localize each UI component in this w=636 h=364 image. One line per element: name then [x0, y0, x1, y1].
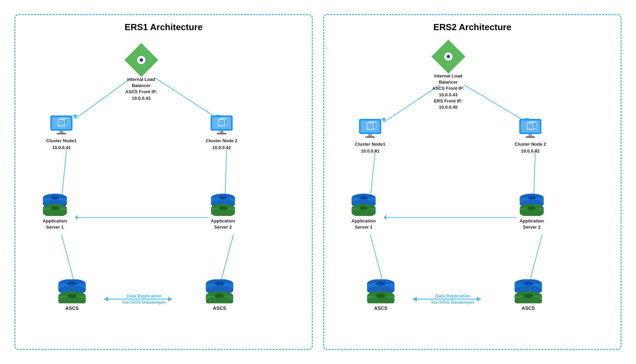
- svg-line-73: [370, 234, 384, 286]
- ers2-diagram: ✛ Internal Load Balancer ASCS Front IP: …: [331, 36, 614, 351]
- svg-point-62: [215, 294, 224, 298]
- ers1-ascs1: ASCS: [57, 279, 87, 311]
- ers1-replication-label: Data Replication Via SIOS Datakeeper: [110, 293, 178, 305]
- svg-line-6: [225, 149, 227, 201]
- svg-marker-72: [384, 215, 386, 220]
- ers1-appserver1-label: Application Server 1: [43, 218, 67, 230]
- svg-line-65: [464, 85, 527, 122]
- ers2-replication-label: Data Replication Via SIOS Datakeeper: [419, 293, 487, 305]
- svg-point-109: [528, 206, 536, 210]
- ers2-appserver1: Application Server 1: [350, 194, 377, 230]
- svg-rect-29: [220, 131, 223, 133]
- svg-marker-9: [75, 215, 78, 220]
- svg-line-63: [384, 85, 440, 122]
- ers1-node1-label: Cluster Node1 10.0.0.41: [46, 137, 76, 151]
- svg-line-10: [61, 234, 75, 286]
- svg-point-34: [51, 196, 59, 199]
- ers2-node2-label: Cluster Node 2 10.0.0.42: [515, 141, 546, 154]
- ers2-box: ERS2 Architecture: [323, 14, 622, 350]
- svg-rect-86: [365, 136, 375, 138]
- ers2-node1-label: Cluster Node1 10.0.0.41: [355, 141, 385, 154]
- ers1-ascs2: ASCS: [204, 279, 235, 311]
- ers2-appserver2: Application Server 2: [518, 194, 545, 230]
- svg-line-67: [370, 149, 375, 201]
- svg-line-12: [220, 234, 234, 286]
- svg-line-75: [529, 234, 542, 286]
- ers1-ascs2-label: ASCS: [213, 305, 226, 311]
- svg-rect-30: [217, 133, 226, 135]
- ers2-lb-icon: ✛ Internal Load Balancer ASCS Front IP: …: [432, 43, 464, 110]
- svg-marker-28: [225, 118, 227, 126]
- svg-point-46: [219, 206, 227, 210]
- svg-rect-85: [368, 134, 372, 136]
- svg-point-125: [523, 294, 533, 298]
- ers2-cluster-node2: Cluster Node 2 10.0.0.42: [515, 118, 546, 154]
- ers2-ascs1: ASCS: [365, 279, 396, 311]
- ers2-appserver1-label: Application Server 1: [352, 218, 376, 230]
- svg-marker-21: [64, 118, 67, 126]
- svg-point-113: [376, 281, 386, 286]
- svg-point-42: [219, 196, 227, 199]
- ers1-appserver1: Application Server 1: [41, 194, 69, 230]
- ers2-ascs2-label: ASCS: [522, 305, 535, 311]
- svg-point-97: [360, 196, 368, 199]
- svg-point-54: [67, 294, 77, 298]
- ers2-ascs2: ASCS: [513, 279, 544, 311]
- ers1-ascs1-label: ASCS: [66, 305, 79, 311]
- ers2-ascs1-label: ASCS: [374, 305, 388, 311]
- ers2-appserver2-label: Application Server 2: [520, 218, 544, 230]
- svg-point-121: [523, 281, 533, 286]
- ers1-lb-label: Internal Load Balancer ASCS Front IP: 10…: [125, 76, 157, 101]
- svg-rect-92: [528, 134, 532, 136]
- ers1-diagram: ✛ Internal Load Balancer ASCS Front IP: …: [22, 36, 305, 351]
- svg-point-38: [51, 206, 59, 210]
- ers2-cluster-node1: Cluster Node1 10.0.0.41: [355, 118, 385, 154]
- svg-rect-22: [60, 131, 63, 133]
- svg-line-69: [534, 149, 535, 201]
- svg-line-4: [61, 149, 67, 201]
- svg-marker-84: [373, 121, 376, 129]
- svg-point-105: [528, 196, 536, 199]
- svg-rect-23: [57, 133, 66, 135]
- ers1-title: ERS1 Architecture: [22, 22, 305, 33]
- ers1-cluster-node1: Cluster Node1 10.0.0.41: [46, 115, 76, 151]
- ers1-lb-icon: ✛ Internal Load Balancer ASCS Front IP: …: [125, 46, 157, 101]
- svg-line-0: [75, 78, 131, 119]
- svg-marker-15: [104, 297, 108, 302]
- page-container: ERS1 Architecture: [0, 0, 636, 364]
- ers1-cluster-node2: Cluster Node 2 10.0.0.42: [206, 115, 237, 151]
- ers1-node2-label: Cluster Node 2 10.0.0.42: [206, 137, 237, 151]
- svg-line-2: [155, 78, 218, 119]
- svg-point-50: [67, 281, 77, 286]
- svg-point-117: [376, 294, 386, 298]
- ers1-box: ERS1 Architecture: [14, 14, 313, 350]
- ers2-lb-label: Internal Load Balancer ASCS Front IP: 10…: [432, 73, 464, 110]
- svg-point-101: [360, 206, 368, 210]
- ers1-appserver2-label: Application Server 2: [211, 218, 235, 230]
- svg-rect-93: [526, 136, 535, 138]
- ers1-appserver2: Application Server 2: [209, 194, 237, 230]
- svg-point-58: [215, 281, 224, 286]
- svg-marker-78: [413, 297, 417, 302]
- svg-marker-91: [533, 121, 536, 129]
- ers2-title: ERS2 Architecture: [331, 22, 614, 33]
